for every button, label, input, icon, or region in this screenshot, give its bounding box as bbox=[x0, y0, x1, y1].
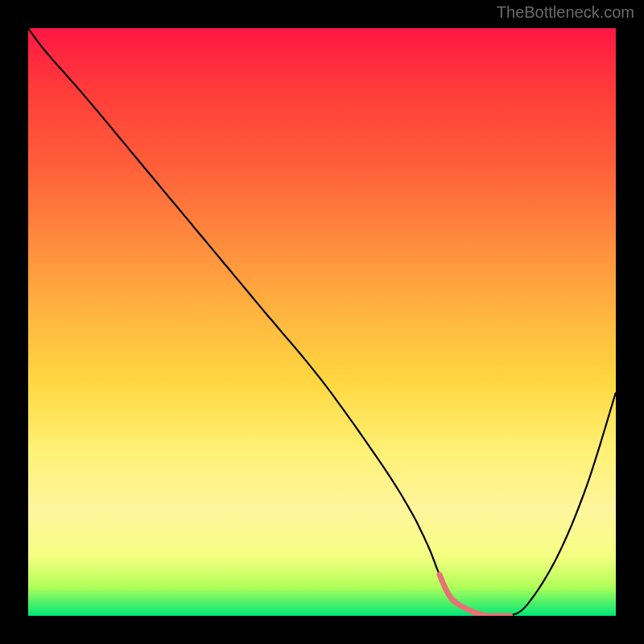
attribution-watermark: TheBottleneck.com bbox=[497, 3, 634, 22]
bottleneck-curve-path bbox=[28, 28, 616, 616]
chart-plot-area bbox=[28, 28, 616, 616]
valley-highlight-path bbox=[440, 575, 510, 616]
bottleneck-curve-svg bbox=[28, 28, 616, 616]
